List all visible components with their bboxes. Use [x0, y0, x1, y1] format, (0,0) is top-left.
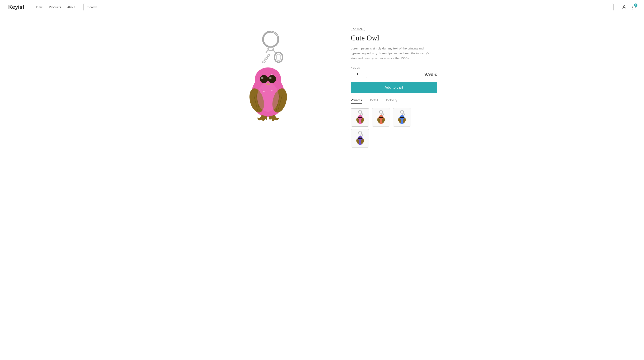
svg-point-10 — [266, 54, 270, 57]
search-wrap — [84, 3, 614, 11]
svg-point-42 — [360, 113, 362, 115]
svg-point-53 — [379, 116, 381, 118]
tab-delivery[interactable]: Delivery — [386, 98, 397, 104]
svg-line-7 — [273, 49, 276, 53]
variants-row-2 — [351, 129, 437, 148]
svg-point-58 — [402, 113, 404, 115]
svg-point-45 — [358, 116, 360, 118]
svg-point-66 — [360, 134, 362, 136]
svg-point-57 — [400, 110, 404, 113]
svg-point-46 — [360, 116, 362, 118]
svg-point-62 — [402, 116, 404, 118]
user-account-button[interactable] — [622, 5, 627, 10]
svg-point-0 — [624, 5, 625, 7]
header-icons: 1 — [622, 5, 636, 10]
variant-1-image — [354, 110, 367, 125]
owl-keychain-svg — [236, 31, 306, 125]
product-tabs: Variants Detail Delivery — [351, 98, 437, 104]
variant-3[interactable] — [393, 108, 411, 127]
svg-point-65 — [358, 131, 362, 134]
svg-point-32 — [269, 77, 272, 79]
variants-grid — [351, 108, 437, 127]
variant-3-image — [395, 110, 409, 125]
nav-home[interactable]: Home — [34, 5, 43, 9]
amount-input[interactable] — [351, 71, 367, 78]
logo[interactable]: Keyist — [8, 4, 24, 10]
product-info: ANIMAL Cute Owl Lorem Ipsum is simply du… — [351, 27, 437, 148]
user-icon — [622, 5, 627, 10]
add-to-cart-button[interactable]: Add to cart — [351, 82, 437, 93]
svg-point-50 — [382, 113, 384, 115]
product-main-image — [228, 27, 314, 129]
svg-point-11 — [264, 57, 268, 60]
tab-variants[interactable]: Variants — [351, 98, 362, 104]
nav-about[interactable]: About — [67, 5, 75, 9]
svg-point-49 — [380, 110, 382, 113]
svg-point-9 — [276, 54, 281, 60]
svg-point-29 — [260, 75, 268, 83]
cart-badge: 1 — [634, 3, 638, 7]
navigation: Home Products About — [34, 5, 75, 9]
variant-2-image — [374, 110, 388, 125]
header: Keyist Home Products About 1 — [0, 0, 644, 14]
variants-section — [351, 108, 437, 148]
svg-point-5 — [268, 47, 273, 51]
product-description: Lorem Ipsum is simply dummy text of the … — [351, 46, 437, 61]
variant-4[interactable] — [351, 129, 369, 148]
svg-point-61 — [400, 116, 402, 118]
svg-point-70 — [360, 137, 362, 139]
product-title: Cute Owl — [351, 34, 437, 42]
product-price: 9.99 € — [424, 72, 437, 77]
svg-point-41 — [358, 110, 362, 113]
svg-point-1 — [632, 9, 633, 9]
amount-price-row: 9.99 € — [351, 71, 437, 78]
amount-label: AMOUNT — [351, 66, 437, 69]
variant-2[interactable] — [372, 108, 390, 127]
svg-point-12 — [262, 60, 266, 63]
variant-4-image — [354, 131, 367, 146]
svg-point-31 — [261, 77, 264, 79]
product-page: ANIMAL Cute Owl Lorem Ipsum is simply du… — [199, 27, 445, 148]
svg-point-2 — [635, 9, 635, 9]
tab-detail[interactable]: Detail — [370, 98, 378, 104]
nav-products[interactable]: Products — [49, 5, 61, 9]
product-image-section — [207, 27, 334, 129]
category-badge: ANIMAL — [351, 27, 365, 31]
svg-point-30 — [268, 75, 276, 83]
svg-point-54 — [381, 116, 383, 118]
search-input[interactable] — [84, 3, 614, 11]
svg-point-69 — [358, 137, 360, 139]
variant-1[interactable] — [351, 108, 369, 127]
svg-point-40 — [257, 82, 279, 112]
svg-line-6 — [266, 49, 268, 53]
cart-button[interactable]: 1 — [631, 5, 636, 10]
